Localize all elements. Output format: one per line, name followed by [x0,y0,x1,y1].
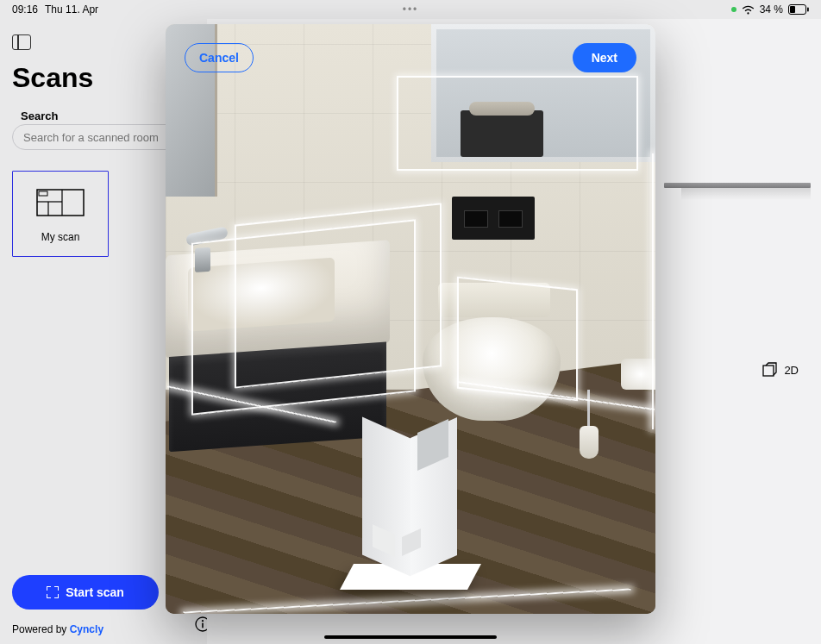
ar-camera-view[interactable] [166,24,655,614]
panel-toggle-icon[interactable] [12,34,31,50]
battery-icon [788,4,809,15]
status-date: Thu 11. Apr [45,3,98,16]
ar-box-toilet [457,277,578,402]
ar-box-window [397,76,638,171]
floorplan-thumb-icon [36,184,85,219]
view-2d-label: 2D [784,364,799,377]
battery-text: 34 % [760,3,783,16]
svg-point-9 [202,620,204,622]
powered-brand[interactable]: Cyncly [70,623,103,635]
cancel-label: Cancel [199,51,239,65]
scan-card[interactable]: My scan [12,171,109,257]
cancel-button[interactable]: Cancel [185,43,254,72]
svg-rect-11 [763,366,774,376]
powered-prefix: Powered by [12,623,70,635]
scan-card-label: My scan [41,231,80,243]
status-bar: 09:16 Thu 11. Apr ••• 34 % [0,0,821,19]
status-time: 09:16 [12,3,38,16]
wifi-icon [742,5,755,15]
svg-rect-7 [39,191,47,196]
view-2d-toggle[interactable]: 2D [761,362,799,378]
location-dot-icon [731,7,736,12]
home-indicator[interactable] [324,635,497,639]
svg-rect-10 [202,623,204,628]
multitask-dots-icon[interactable]: ••• [403,3,419,16]
start-scan-label: Start scan [66,585,124,599]
scan-preview-modal: Cancel Next [166,24,655,614]
start-scan-button[interactable]: Start scan [12,575,159,610]
powered-by: Powered by Cyncly [12,623,195,635]
svg-rect-2 [807,8,809,12]
scan-brackets-icon [47,586,59,598]
next-button[interactable]: Next [573,43,636,72]
ar-box-sink-back [235,203,442,388]
preview-shelf [664,183,811,188]
svg-rect-3 [37,190,84,216]
view-2d-icon [761,362,777,378]
mini-room-model [342,400,479,590]
next-label: Next [592,51,617,65]
svg-rect-1 [790,6,795,13]
